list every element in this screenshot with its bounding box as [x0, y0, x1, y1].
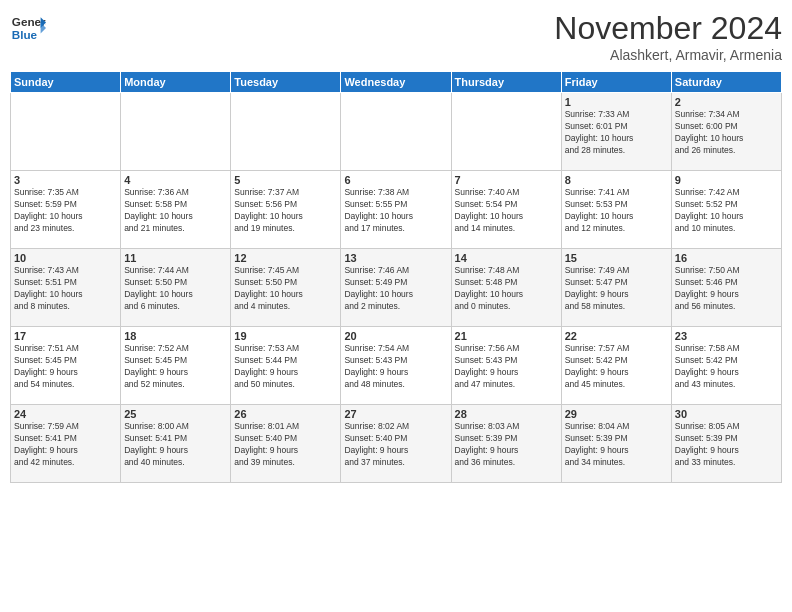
- table-row: 2Sunrise: 7:34 AM Sunset: 6:00 PM Daylig…: [671, 93, 781, 171]
- table-row: 16Sunrise: 7:50 AM Sunset: 5:46 PM Dayli…: [671, 249, 781, 327]
- table-row: [121, 93, 231, 171]
- table-row: 23Sunrise: 7:58 AM Sunset: 5:42 PM Dayli…: [671, 327, 781, 405]
- location: Alashkert, Armavir, Armenia: [554, 47, 782, 63]
- table-row: 5Sunrise: 7:37 AM Sunset: 5:56 PM Daylig…: [231, 171, 341, 249]
- day-number: 18: [124, 330, 227, 342]
- day-info: Sunrise: 7:51 AM Sunset: 5:45 PM Dayligh…: [14, 343, 117, 391]
- table-row: 27Sunrise: 8:02 AM Sunset: 5:40 PM Dayli…: [341, 405, 451, 483]
- month-title: November 2024: [554, 10, 782, 47]
- table-row: 22Sunrise: 7:57 AM Sunset: 5:42 PM Dayli…: [561, 327, 671, 405]
- day-info: Sunrise: 7:43 AM Sunset: 5:51 PM Dayligh…: [14, 265, 117, 313]
- day-info: Sunrise: 8:02 AM Sunset: 5:40 PM Dayligh…: [344, 421, 447, 469]
- col-friday: Friday: [561, 72, 671, 93]
- day-info: Sunrise: 7:53 AM Sunset: 5:44 PM Dayligh…: [234, 343, 337, 391]
- day-info: Sunrise: 7:48 AM Sunset: 5:48 PM Dayligh…: [455, 265, 558, 313]
- calendar-week-3: 10Sunrise: 7:43 AM Sunset: 5:51 PM Dayli…: [11, 249, 782, 327]
- day-number: 30: [675, 408, 778, 420]
- table-row: 30Sunrise: 8:05 AM Sunset: 5:39 PM Dayli…: [671, 405, 781, 483]
- day-number: 4: [124, 174, 227, 186]
- table-row: 8Sunrise: 7:41 AM Sunset: 5:53 PM Daylig…: [561, 171, 671, 249]
- day-number: 24: [14, 408, 117, 420]
- col-saturday: Saturday: [671, 72, 781, 93]
- day-info: Sunrise: 7:44 AM Sunset: 5:50 PM Dayligh…: [124, 265, 227, 313]
- day-number: 8: [565, 174, 668, 186]
- day-info: Sunrise: 7:41 AM Sunset: 5:53 PM Dayligh…: [565, 187, 668, 235]
- day-info: Sunrise: 7:52 AM Sunset: 5:45 PM Dayligh…: [124, 343, 227, 391]
- table-row: 19Sunrise: 7:53 AM Sunset: 5:44 PM Dayli…: [231, 327, 341, 405]
- col-sunday: Sunday: [11, 72, 121, 93]
- calendar-page: General Blue November 2024 Alashkert, Ar…: [0, 0, 792, 612]
- day-number: 15: [565, 252, 668, 264]
- logo-icon: General Blue: [10, 10, 46, 46]
- table-row: 9Sunrise: 7:42 AM Sunset: 5:52 PM Daylig…: [671, 171, 781, 249]
- table-row: 7Sunrise: 7:40 AM Sunset: 5:54 PM Daylig…: [451, 171, 561, 249]
- table-row: 10Sunrise: 7:43 AM Sunset: 5:51 PM Dayli…: [11, 249, 121, 327]
- title-block: November 2024 Alashkert, Armavir, Armeni…: [554, 10, 782, 63]
- day-number: 2: [675, 96, 778, 108]
- table-row: 20Sunrise: 7:54 AM Sunset: 5:43 PM Dayli…: [341, 327, 451, 405]
- day-info: Sunrise: 7:38 AM Sunset: 5:55 PM Dayligh…: [344, 187, 447, 235]
- calendar-header-row: Sunday Monday Tuesday Wednesday Thursday…: [11, 72, 782, 93]
- day-info: Sunrise: 8:00 AM Sunset: 5:41 PM Dayligh…: [124, 421, 227, 469]
- day-info: Sunrise: 7:56 AM Sunset: 5:43 PM Dayligh…: [455, 343, 558, 391]
- day-number: 9: [675, 174, 778, 186]
- table-row: [341, 93, 451, 171]
- day-info: Sunrise: 7:36 AM Sunset: 5:58 PM Dayligh…: [124, 187, 227, 235]
- logo: General Blue: [10, 10, 46, 46]
- day-number: 17: [14, 330, 117, 342]
- day-info: Sunrise: 7:35 AM Sunset: 5:59 PM Dayligh…: [14, 187, 117, 235]
- col-tuesday: Tuesday: [231, 72, 341, 93]
- day-number: 22: [565, 330, 668, 342]
- day-number: 14: [455, 252, 558, 264]
- table-row: 11Sunrise: 7:44 AM Sunset: 5:50 PM Dayli…: [121, 249, 231, 327]
- day-info: Sunrise: 7:50 AM Sunset: 5:46 PM Dayligh…: [675, 265, 778, 313]
- day-number: 19: [234, 330, 337, 342]
- day-number: 27: [344, 408, 447, 420]
- table-row: 28Sunrise: 8:03 AM Sunset: 5:39 PM Dayli…: [451, 405, 561, 483]
- table-row: 21Sunrise: 7:56 AM Sunset: 5:43 PM Dayli…: [451, 327, 561, 405]
- table-row: [11, 93, 121, 171]
- day-info: Sunrise: 7:54 AM Sunset: 5:43 PM Dayligh…: [344, 343, 447, 391]
- col-monday: Monday: [121, 72, 231, 93]
- header: General Blue November 2024 Alashkert, Ar…: [10, 10, 782, 63]
- day-info: Sunrise: 7:33 AM Sunset: 6:01 PM Dayligh…: [565, 109, 668, 157]
- day-info: Sunrise: 8:03 AM Sunset: 5:39 PM Dayligh…: [455, 421, 558, 469]
- table-row: 26Sunrise: 8:01 AM Sunset: 5:40 PM Dayli…: [231, 405, 341, 483]
- day-info: Sunrise: 8:01 AM Sunset: 5:40 PM Dayligh…: [234, 421, 337, 469]
- table-row: 25Sunrise: 8:00 AM Sunset: 5:41 PM Dayli…: [121, 405, 231, 483]
- day-number: 20: [344, 330, 447, 342]
- day-number: 16: [675, 252, 778, 264]
- table-row: 18Sunrise: 7:52 AM Sunset: 5:45 PM Dayli…: [121, 327, 231, 405]
- day-number: 11: [124, 252, 227, 264]
- table-row: 6Sunrise: 7:38 AM Sunset: 5:55 PM Daylig…: [341, 171, 451, 249]
- calendar-week-2: 3Sunrise: 7:35 AM Sunset: 5:59 PM Daylig…: [11, 171, 782, 249]
- svg-text:Blue: Blue: [12, 28, 38, 41]
- day-number: 12: [234, 252, 337, 264]
- day-number: 13: [344, 252, 447, 264]
- day-number: 28: [455, 408, 558, 420]
- day-number: 10: [14, 252, 117, 264]
- day-info: Sunrise: 7:46 AM Sunset: 5:49 PM Dayligh…: [344, 265, 447, 313]
- calendar-week-5: 24Sunrise: 7:59 AM Sunset: 5:41 PM Dayli…: [11, 405, 782, 483]
- calendar-table: Sunday Monday Tuesday Wednesday Thursday…: [10, 71, 782, 483]
- day-info: Sunrise: 7:42 AM Sunset: 5:52 PM Dayligh…: [675, 187, 778, 235]
- day-info: Sunrise: 7:40 AM Sunset: 5:54 PM Dayligh…: [455, 187, 558, 235]
- day-number: 1: [565, 96, 668, 108]
- table-row: 14Sunrise: 7:48 AM Sunset: 5:48 PM Dayli…: [451, 249, 561, 327]
- col-wednesday: Wednesday: [341, 72, 451, 93]
- table-row: [451, 93, 561, 171]
- day-info: Sunrise: 7:58 AM Sunset: 5:42 PM Dayligh…: [675, 343, 778, 391]
- day-info: Sunrise: 8:04 AM Sunset: 5:39 PM Dayligh…: [565, 421, 668, 469]
- day-info: Sunrise: 7:37 AM Sunset: 5:56 PM Dayligh…: [234, 187, 337, 235]
- table-row: 3Sunrise: 7:35 AM Sunset: 5:59 PM Daylig…: [11, 171, 121, 249]
- table-row: 13Sunrise: 7:46 AM Sunset: 5:49 PM Dayli…: [341, 249, 451, 327]
- day-info: Sunrise: 7:34 AM Sunset: 6:00 PM Dayligh…: [675, 109, 778, 157]
- day-info: Sunrise: 7:45 AM Sunset: 5:50 PM Dayligh…: [234, 265, 337, 313]
- day-number: 23: [675, 330, 778, 342]
- day-number: 29: [565, 408, 668, 420]
- day-number: 6: [344, 174, 447, 186]
- table-row: 12Sunrise: 7:45 AM Sunset: 5:50 PM Dayli…: [231, 249, 341, 327]
- table-row: 1Sunrise: 7:33 AM Sunset: 6:01 PM Daylig…: [561, 93, 671, 171]
- day-info: Sunrise: 7:57 AM Sunset: 5:42 PM Dayligh…: [565, 343, 668, 391]
- day-info: Sunrise: 7:49 AM Sunset: 5:47 PM Dayligh…: [565, 265, 668, 313]
